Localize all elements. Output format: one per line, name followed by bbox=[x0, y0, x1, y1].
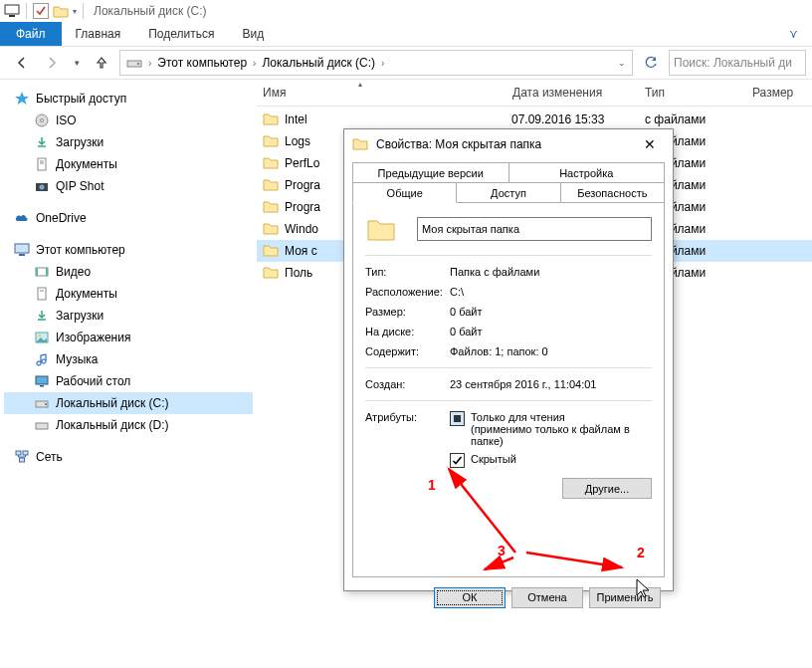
folder-icon bbox=[263, 177, 279, 194]
value-created: 23 сентября 2016 г., 11:04:01 bbox=[450, 378, 596, 390]
value-contains: Файлов: 1; папок: 0 bbox=[450, 345, 548, 357]
drive-icon bbox=[122, 55, 146, 71]
checkbox-box-icon bbox=[450, 453, 465, 468]
sidebar-item-iso[interactable]: ISO bbox=[4, 110, 253, 131]
row-name: Intel bbox=[285, 112, 504, 126]
tab-sharing[interactable]: Доступ bbox=[456, 182, 560, 203]
back-button[interactable] bbox=[10, 51, 34, 75]
forward-button[interactable] bbox=[40, 51, 64, 75]
svg-point-19 bbox=[39, 334, 41, 336]
svg-rect-24 bbox=[36, 423, 48, 429]
tab-general[interactable]: Общие bbox=[352, 182, 457, 203]
camera-icon bbox=[34, 178, 50, 194]
dialog-titlebar[interactable]: Свойства: Моя скрытая папка ✕ bbox=[344, 129, 673, 159]
video-icon bbox=[34, 264, 50, 280]
document-icon bbox=[34, 156, 50, 172]
col-type[interactable]: Тип bbox=[645, 86, 665, 100]
qat-dropdown[interactable]: ▾ bbox=[73, 7, 77, 16]
download-icon bbox=[34, 134, 50, 150]
tab-customize[interactable]: Настройка bbox=[508, 162, 666, 183]
value-ondisk: 0 байт bbox=[450, 326, 483, 337]
sidebar-item-documents[interactable]: Документы bbox=[4, 283, 253, 305]
label-created: Создан: bbox=[365, 378, 450, 390]
sidebar-item-desktop[interactable]: Рабочий стол bbox=[4, 370, 253, 392]
svg-rect-20 bbox=[36, 376, 48, 384]
address-bar[interactable]: › Этот компьютер › Локальный диск (C:) ›… bbox=[119, 50, 633, 76]
checkbox-hidden[interactable]: Скрытый bbox=[450, 453, 652, 468]
refresh-button[interactable] bbox=[639, 51, 663, 75]
svg-rect-21 bbox=[40, 385, 44, 387]
star-icon bbox=[14, 91, 30, 107]
chevron-right-icon[interactable]: › bbox=[148, 58, 151, 69]
sidebar-item-downloads2[interactable]: Загрузки bbox=[4, 305, 253, 327]
qat-checkbox[interactable] bbox=[33, 3, 49, 19]
row-date: 07.09.2016 15:33 bbox=[511, 112, 604, 126]
folder-icon bbox=[263, 243, 279, 260]
download-icon bbox=[34, 308, 50, 324]
breadcrumb-thispc[interactable]: Этот компьютер bbox=[153, 54, 251, 72]
ribbon-tab-share[interactable]: Поделиться bbox=[134, 22, 228, 46]
search-input[interactable]: Поиск: Локальный ди bbox=[669, 50, 806, 76]
cancel-button[interactable]: Отмена bbox=[511, 587, 583, 608]
col-size[interactable]: Размер bbox=[752, 86, 793, 100]
sidebar-item-drive-d[interactable]: Локальный диск (D:) bbox=[4, 414, 253, 436]
address-dropdown[interactable]: ⌄ bbox=[614, 56, 630, 70]
sidebar-item-pictures[interactable]: Изображения bbox=[4, 327, 253, 348]
col-date[interactable]: Дата изменения bbox=[512, 86, 602, 100]
svg-rect-26 bbox=[23, 451, 28, 455]
drive-icon bbox=[34, 395, 50, 411]
col-name[interactable]: Имя bbox=[263, 86, 286, 100]
up-button[interactable] bbox=[90, 51, 113, 75]
folder-name-input[interactable] bbox=[417, 217, 652, 241]
pc-icon bbox=[4, 4, 20, 18]
sidebar-item-music[interactable]: Музыка bbox=[4, 348, 253, 370]
sidebar-quick-access[interactable]: Быстрый доступ bbox=[4, 88, 253, 110]
chevron-right-icon[interactable]: › bbox=[381, 58, 384, 69]
titlebar: ▾ Локальный диск (C:) bbox=[0, 0, 812, 22]
folder-icon bbox=[53, 4, 69, 18]
apply-button[interactable]: Применить bbox=[589, 587, 661, 608]
folder-icon bbox=[263, 199, 279, 216]
other-attributes-button[interactable]: Другие... bbox=[562, 478, 652, 499]
sidebar-thispc[interactable]: Этот компьютер bbox=[4, 239, 253, 261]
breadcrumb-drive[interactable]: Локальный диск (C:) bbox=[258, 54, 379, 72]
table-row[interactable]: Intel07.09.2016 15:33с файлами bbox=[257, 109, 812, 130]
tab-prev-versions[interactable]: Предыдущие версии bbox=[352, 162, 509, 183]
sidebar-item-documents[interactable]: Документы bbox=[4, 153, 253, 175]
label-attributes: Атрибуты: bbox=[365, 411, 450, 499]
svg-rect-3 bbox=[137, 63, 139, 65]
document-icon bbox=[34, 286, 50, 302]
sidebar-onedrive[interactable]: OneDrive bbox=[4, 207, 253, 229]
close-button[interactable]: ✕ bbox=[635, 129, 665, 159]
ribbon-tab-home[interactable]: Главная bbox=[62, 22, 135, 46]
folder-icon bbox=[263, 111, 279, 128]
folder-icon bbox=[263, 221, 279, 238]
sidebar-item-qipshot[interactable]: QIP Shot bbox=[4, 175, 253, 197]
svg-rect-11 bbox=[15, 244, 29, 253]
checkbox-readonly[interactable]: Только для чтения(применимо только к фай… bbox=[450, 411, 652, 447]
label-ondisk: На диске: bbox=[365, 326, 450, 337]
column-headers[interactable]: Имя ▴ Дата изменения Тип Размер bbox=[257, 80, 812, 107]
ribbon-file[interactable]: Файл bbox=[0, 22, 62, 46]
ribbon-expand[interactable]: ⋎ bbox=[775, 22, 812, 46]
sidebar-item-downloads[interactable]: Загрузки bbox=[4, 131, 253, 153]
ribbon: Файл Главная Поделиться Вид ⋎ bbox=[0, 22, 812, 47]
label-size: Размер: bbox=[365, 306, 450, 318]
ribbon-tab-view[interactable]: Вид bbox=[228, 22, 278, 46]
svg-rect-27 bbox=[20, 458, 25, 462]
folder-icon bbox=[352, 136, 368, 153]
ok-button[interactable]: ОК bbox=[434, 587, 506, 608]
checkbox-box-icon bbox=[450, 411, 465, 426]
recent-dropdown[interactable]: ▾ bbox=[70, 51, 84, 75]
svg-rect-12 bbox=[19, 254, 25, 256]
svg-rect-15 bbox=[46, 268, 48, 276]
tab-security[interactable]: Безопасность bbox=[560, 182, 665, 203]
picture-icon bbox=[34, 330, 50, 345]
svg-rect-23 bbox=[45, 403, 47, 405]
chevron-right-icon[interactable]: › bbox=[253, 58, 256, 69]
sidebar-network[interactable]: Сеть bbox=[4, 446, 253, 468]
sidebar-item-drive-c[interactable]: Локальный диск (C:) bbox=[4, 392, 253, 414]
label-contains: Содержит: bbox=[365, 345, 450, 357]
svg-rect-28 bbox=[454, 415, 461, 422]
sidebar-item-videos[interactable]: Видео bbox=[4, 261, 253, 283]
